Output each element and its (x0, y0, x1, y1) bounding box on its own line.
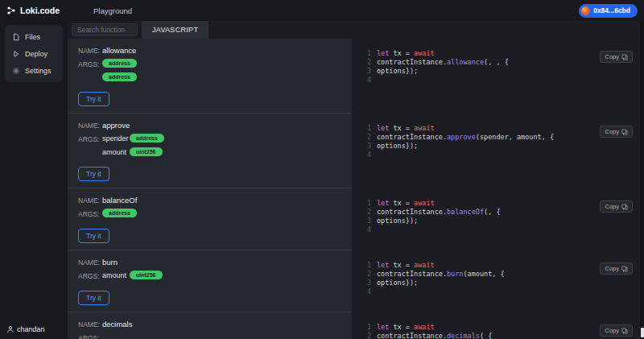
username-label: chandan (17, 325, 45, 333)
copy-button[interactable]: Copy (600, 201, 633, 213)
main-panel: JAVASCRIPT NAME:allowanceARGS:addressadd… (68, 21, 640, 339)
line-number: 4 (363, 287, 371, 296)
code-line: 2contractInstance.burn(amount, { (363, 270, 640, 279)
sidebar-item-label: Settings (25, 67, 52, 75)
args-label: ARGS: (78, 333, 102, 339)
function-row: NAME:burnARGS:amountuint256Try it1let tx… (68, 250, 640, 312)
try-it-button[interactable]: Try it (78, 92, 109, 106)
scrollbar-thumb[interactable] (641, 328, 644, 337)
function-name: allowance (102, 45, 136, 55)
try-it-button[interactable]: Try it (78, 167, 109, 181)
copy-button[interactable]: Copy (600, 263, 633, 275)
function-row: NAME:allowanceARGS:addressaddressTry it1… (68, 39, 640, 114)
try-it-button[interactable]: Try it (78, 229, 109, 243)
code-line: 3options}); (363, 67, 640, 76)
copy-label: Copy (605, 203, 619, 210)
search-input[interactable] (72, 23, 138, 36)
function-details: NAME:approveARGS:spenderaddressamountuin… (68, 114, 352, 188)
function-row: NAME:decimalsARGS:Try it1let tx = await2… (68, 312, 640, 339)
tab-javascript[interactable]: JAVASCRIPT (142, 21, 208, 39)
arg-type-pill: address (130, 134, 164, 143)
code-line: 2contractInstance.approve(spender, amoun… (363, 133, 640, 142)
main-topbar: JAVASCRIPT (68, 21, 640, 39)
arg-row: address (102, 209, 137, 217)
code-line: 3options}); (363, 217, 640, 225)
sidebar-item-label: Files (25, 33, 40, 41)
line-number: 1 (363, 323, 371, 332)
code-line: 2contractInstance.balanceOf(, { (363, 208, 640, 217)
line-number: 3 (363, 279, 371, 287)
line-number: 3 (363, 67, 371, 76)
code-snippet: 1let tx = await2contractInstance.balance… (363, 199, 640, 234)
sidebar: FilesDeploySettings chandan (0, 21, 68, 339)
code-panel-section: 1let tx = await2contractInstance.balance… (352, 188, 640, 250)
code-line: 1let tx = await (363, 261, 640, 270)
user-icon (6, 325, 14, 333)
try-it-button[interactable]: Try it (78, 291, 109, 305)
copy-icon (621, 54, 628, 60)
code-snippet: 1let tx = await2contractInstance.allowan… (363, 49, 640, 85)
line-number: 4 (363, 225, 371, 234)
code-line: 3options}); (363, 279, 640, 287)
name-label: NAME: (78, 120, 102, 130)
code-line: 3options}); (363, 142, 640, 151)
copy-button[interactable]: Copy (600, 325, 633, 337)
deploy-icon (11, 49, 20, 58)
arg-row: address (102, 72, 137, 81)
line-number: 2 (363, 58, 371, 67)
file-icon (11, 32, 20, 41)
function-details: NAME:burnARGS:amountuint256Try it (68, 250, 352, 312)
copy-icon (621, 328, 628, 334)
line-number: 1 (363, 199, 371, 208)
function-details: NAME:decimalsARGS:Try it (68, 312, 352, 339)
function-row: NAME:balanceOfARGS:addressTry it1let tx … (68, 188, 640, 250)
line-number: 1 (363, 49, 371, 58)
function-details: NAME:balanceOfARGS:addressTry it (68, 188, 352, 250)
code-line: 1let tx = await (363, 323, 640, 332)
code-line: 2contractInstance.decimals( { (363, 332, 640, 339)
arg-row: amountuint256 (102, 147, 164, 156)
app-header: Loki.code Playground 0x84...6cbd (0, 0, 644, 21)
sidebar-item-files[interactable]: Files (7, 28, 60, 45)
code-snippet: 1let tx = await2contractInstance.approve… (363, 124, 640, 159)
code-panel-section: 1let tx = await2contractInstance.burn(am… (352, 250, 640, 312)
wallet-address-label: 0x84...6cbd (593, 6, 630, 14)
copy-button[interactable]: Copy (600, 126, 633, 138)
copy-label: Copy (605, 128, 619, 135)
line-number: 4 (363, 76, 371, 85)
code-panel-section: 1let tx = await2contractInstance.decimal… (352, 312, 640, 339)
line-number: 2 (363, 332, 371, 339)
code-line: 4 (363, 287, 640, 296)
name-label: NAME: (78, 45, 102, 55)
copy-label: Copy (605, 327, 619, 334)
scrollbar-track[interactable] (640, 21, 644, 339)
arg-row: spenderaddress (102, 134, 164, 143)
function-list: NAME:allowanceARGS:addressaddressTry it1… (68, 39, 640, 339)
arg-type-pill: uint256 (130, 147, 163, 156)
copy-icon (621, 204, 628, 210)
arg-type-pill: address (102, 209, 137, 217)
tab-playground[interactable]: Playground (93, 6, 132, 15)
code-line: 2contractInstance.allowance(, , { (363, 58, 640, 67)
function-row: NAME:approveARGS:spenderaddressamountuin… (68, 114, 640, 188)
args-label: ARGS: (78, 134, 102, 143)
user-info[interactable]: chandan (6, 325, 45, 333)
line-number: 3 (363, 217, 371, 225)
sidebar-item-deploy[interactable]: Deploy (7, 45, 60, 62)
name-label: NAME: (78, 257, 102, 267)
args-label: ARGS: (78, 271, 102, 280)
copy-icon (621, 266, 628, 272)
sidebar-item-label: Deploy (25, 50, 47, 58)
copy-button[interactable]: Copy (600, 51, 633, 63)
logo-text: Loki.code (20, 6, 60, 15)
function-name: burn (102, 257, 118, 267)
gear-icon (11, 66, 20, 75)
sidebar-item-settings[interactable]: Settings (7, 62, 60, 79)
wallet-address-button[interactable]: 0x84...6cbd (579, 4, 638, 18)
arg-row: address (102, 59, 137, 68)
line-number: 2 (363, 270, 371, 279)
copy-icon (621, 129, 628, 135)
arg-type-pill: address (102, 59, 137, 68)
name-label: NAME: (78, 195, 102, 205)
function-details: NAME:allowanceARGS:addressaddressTry it (68, 39, 352, 114)
